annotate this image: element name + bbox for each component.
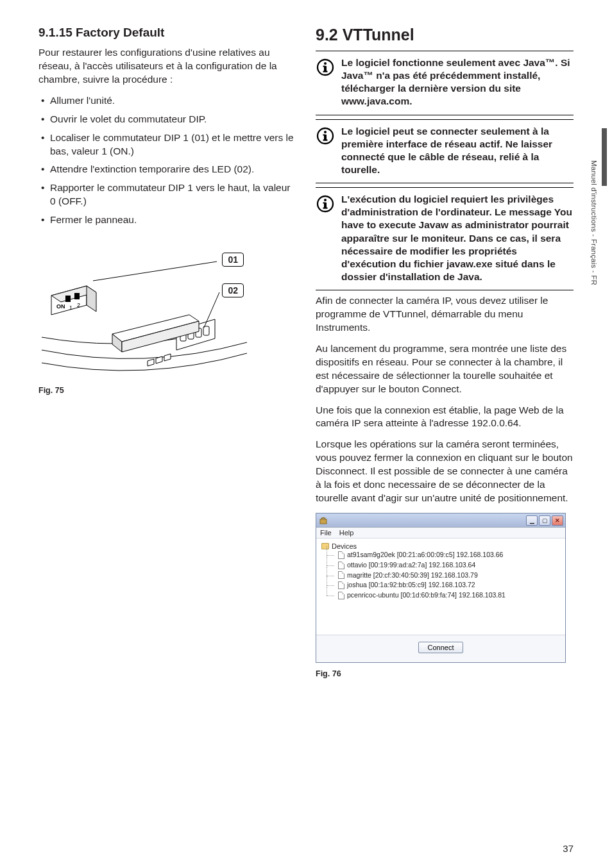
section-heading-vttunnel: 9.2 VTTunnel [316,26,574,44]
svg-rect-6 [65,296,71,302]
svg-rect-7 [74,293,80,299]
svg-line-19 [93,262,217,281]
callout-02: 02 [222,283,244,297]
svg-point-27 [324,131,327,133]
document-icon [338,592,344,599]
menu-help[interactable]: Help [339,529,354,537]
device-tree[interactable]: Devices at91sam9g20ek [00:21:a6:00:09:c5… [316,538,565,635]
folder-icon [321,543,329,549]
side-label: Manuel d'instructions - Français - FR [590,160,598,285]
list-item: Ouvrir le volet du commutateur DIP. [38,113,296,126]
figure-caption-76: Fig. 76 [316,669,574,678]
device-item[interactable]: joshua [00:1a:92:bb:05:c9] 192.168.103.7… [327,580,560,590]
figure-caption-75: Fig. 75 [38,386,296,395]
info-note-text: L'exécution du logiciel requiert les pri… [341,193,574,283]
device-label: at91sam9g20ek [00:21:a6:00:09:c5] 192.16… [347,550,503,560]
info-note-1: Le logiciel fonctionne seulement avec Ja… [316,51,574,115]
window-titlebar[interactable]: ▁ ▢ ✕ [316,513,565,528]
body-paragraph: Afin de connecter la caméra IP, vous dev… [316,294,574,335]
procedure-list: Allumer l'unité. Ouvrir le volet du comm… [38,94,296,227]
svg-text:2: 2 [77,302,80,308]
section-heading-factory-default: 9.1.15 Factory Default [38,26,296,40]
svg-point-32 [324,199,327,201]
device-item[interactable]: ottavio [00:19:99:ad:a2:7a] 192.168.103.… [327,560,560,571]
svg-rect-35 [323,203,326,204]
list-item: Attendre l'extinction temporarire des LE… [38,163,296,176]
svg-rect-25 [323,66,326,67]
svg-point-22 [324,62,327,65]
device-label: ottavio [00:19:99:ad:a2:7a] 192.168.103.… [347,560,475,571]
svg-rect-34 [323,208,328,209]
connect-button[interactable]: Connect [418,642,464,653]
device-item[interactable]: at91sam9g20ek [00:21:a6:00:09:c5] 192.16… [327,550,560,560]
list-item: Localiser le commutateur DIP 1 (01) et l… [38,131,296,158]
svg-text:ON: ON [56,303,65,310]
info-note-text: Le logiciel fonctionne seulement avec Ja… [341,56,574,108]
svg-rect-29 [323,139,328,140]
body-paragraph: Une fois que la connexion est établie, l… [316,404,574,431]
info-icon [316,58,335,79]
device-label: joshua [00:1a:92:bb:05:c9] 192.168.103.7… [347,580,475,590]
document-icon [338,581,344,589]
intro-paragraph: Pour restaurer les configurations d'usin… [38,46,296,87]
list-item: Allumer l'unité. [38,94,296,108]
svg-marker-18 [164,354,171,361]
svg-text:1: 1 [69,305,72,311]
app-icon [319,516,328,525]
tree-root-label: Devices [332,542,357,550]
svg-rect-36 [320,519,327,524]
callout-01: 01 [222,253,244,267]
device-item[interactable]: magritte [20:cf:30:40:50:39] 192.168.103… [327,571,560,581]
device-label: pcenricoc-ubuntu [00:1d:60:b9:fa:74] 192… [347,590,506,601]
device-item[interactable]: pcenricoc-ubuntu [00:1d:60:b9:fa:74] 192… [327,590,560,601]
list-item: Fermer le panneau. [38,213,296,227]
body-paragraph: Au lancement du programme, sera montrée … [316,342,574,396]
svg-rect-24 [323,71,328,72]
device-label: magritte [20:cf:30:40:50:39] 192.168.103… [347,571,478,581]
side-tab [602,128,607,186]
svg-marker-16 [148,359,154,366]
svg-marker-2 [87,286,96,312]
menu-file[interactable]: File [320,529,332,537]
document-icon [338,551,344,559]
page-number: 37 [563,843,574,854]
body-paragraph: Lorsque les opérations sur la caméra ser… [316,438,574,505]
svg-rect-30 [323,134,326,135]
window-maximize-button[interactable]: ▢ [539,515,550,526]
info-note-text: Le logiciel peut se connecter seulement … [341,125,574,177]
dip-switch-illustration: ON 1 2 [38,235,250,382]
vttunnel-window: ▁ ▢ ✕ File Help Devices at91sam9g20ek [0… [316,513,566,663]
info-icon [316,194,335,216]
window-close-button[interactable]: ✕ [552,515,563,526]
info-note-3: L'exécution du logiciel requiert les pri… [316,187,574,290]
info-note-2: Le logiciel peut se connecter seulement … [316,119,574,184]
list-item: Rapporter le commutateur DIP 1 vers le h… [38,181,296,208]
document-icon [338,571,344,579]
window-minimize-button[interactable]: ▁ [526,515,538,526]
document-icon [338,562,344,569]
info-icon [316,126,335,148]
